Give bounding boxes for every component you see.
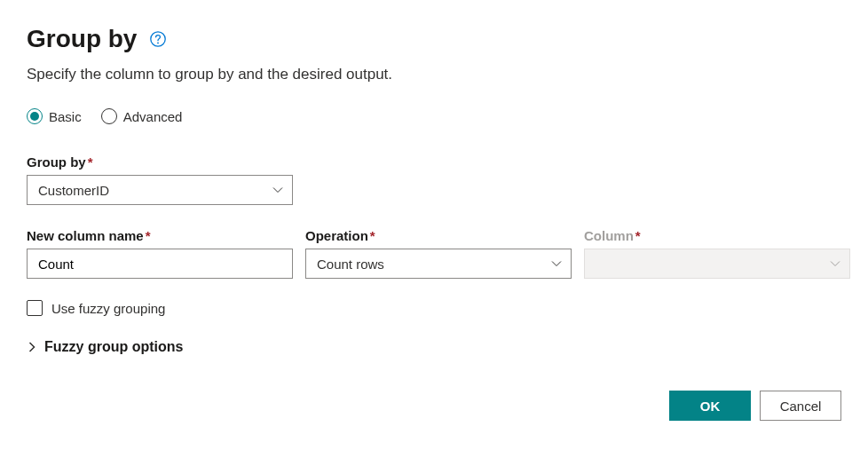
mode-radio-group: Basic Advanced — [27, 108, 841, 124]
column-select — [584, 249, 850, 279]
svg-point-1 — [158, 43, 160, 44]
chevron-down-icon — [272, 185, 283, 195]
radio-basic-label: Basic — [49, 109, 82, 124]
newcolumn-label: New column name* — [27, 228, 293, 243]
dialog-subtitle: Specify the column to group by and the d… — [27, 66, 841, 83]
newcolumn-input[interactable] — [27, 249, 293, 279]
dialog-title: Group by — [27, 25, 137, 53]
operation-label: Operation* — [305, 228, 572, 243]
operation-value: Count rows — [317, 257, 384, 272]
fuzzy-checkbox[interactable]: Use fuzzy grouping — [27, 300, 841, 316]
groupby-select[interactable]: CustomerID — [27, 175, 293, 205]
fuzzy-options-expander[interactable]: Fuzzy group options — [27, 339, 841, 355]
checkbox-box — [27, 300, 43, 316]
operation-select[interactable]: Count rows — [305, 249, 572, 279]
groupby-value: CustomerID — [38, 183, 109, 198]
cancel-button[interactable]: Cancel — [760, 391, 841, 421]
radio-advanced-label: Advanced — [123, 109, 183, 124]
radio-indicator — [27, 108, 43, 124]
chevron-down-icon — [551, 258, 562, 269]
ok-button[interactable]: OK — [669, 391, 751, 421]
chevron-right-icon — [27, 342, 37, 352]
radio-indicator — [101, 108, 117, 124]
chevron-down-icon — [830, 258, 840, 269]
groupby-label: Group by* — [27, 154, 841, 170]
radio-advanced[interactable]: Advanced — [101, 108, 183, 124]
fuzzy-expander-label: Fuzzy group options — [44, 339, 183, 355]
radio-basic[interactable]: Basic — [27, 108, 82, 124]
fuzzy-checkbox-label: Use fuzzy grouping — [51, 301, 165, 316]
help-icon[interactable] — [149, 30, 167, 48]
column-label: Column* — [584, 228, 850, 243]
